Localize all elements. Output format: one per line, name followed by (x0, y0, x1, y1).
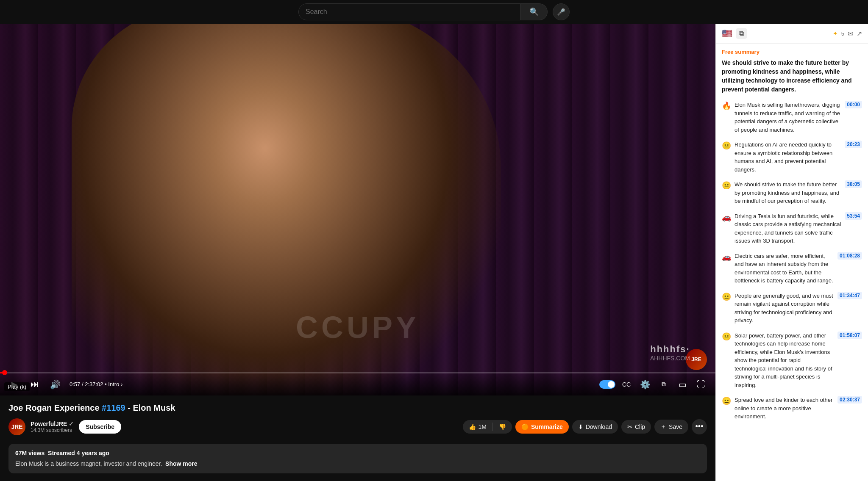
mic-button[interactable]: 🎤 (553, 3, 570, 20)
summary-emoji-3: 🚗 (722, 213, 731, 222)
settings-button[interactable]: ⚙️ (637, 377, 653, 392)
summary-item-body-1: Regulations on AI are needed quickly to … (734, 141, 862, 174)
summarize-icon: 🟠 (521, 423, 529, 430)
free-summary-label: Free summary (722, 49, 862, 55)
summary-item-body-5: People are generally good, and we must r… (734, 292, 862, 325)
search-container: 🔍 🎤 (298, 3, 570, 20)
summary-item: 😐 We should strive to make the future be… (722, 180, 862, 205)
video-watermark: hhhhfs· AHHHFS.COM (650, 344, 690, 362)
search-button[interactable]: 🔍 (520, 3, 548, 20)
external-button[interactable]: ↗ (857, 30, 862, 38)
summary-emoji-6: 😐 (722, 332, 731, 341)
play-hint: Play (k) (4, 382, 30, 391)
summary-item: 😐 People are generally good, and we must… (722, 292, 862, 325)
summary-item-text-3: Driving a Tesla is fun and futuristic, w… (734, 212, 841, 245)
subtitles-button[interactable]: CC (619, 377, 634, 392)
autoplay-toggle (599, 380, 615, 389)
summary-item: 🚗 Driving a Tesla is fun and futuristic,… (722, 212, 862, 245)
notice-bar: Notice Age-restricted video (based on Co… (0, 478, 715, 481)
timestamp-link-1[interactable]: 20:23 (845, 141, 862, 148)
panel-header-left: 🇺🇸 ⧉ (722, 28, 747, 39)
summary-item: 🚗 Electric cars are safer, more efficien… (722, 252, 862, 285)
summary-panel: 🇺🇸 ⧉ ✦ 5 ✉ ↗ Free summary We should stri… (715, 24, 868, 481)
download-button[interactable]: ⬇ Download (572, 420, 618, 434)
time-display: 0:57 / 2:37:02 • Intro › (70, 381, 122, 387)
verified-icon: ✓ (69, 420, 74, 427)
summary-item-text-0: Elon Musk is selling flamethrowers, digg… (734, 101, 841, 134)
summary-item-text-4: Electric cars are safer, more efficient,… (734, 252, 834, 285)
timestamp-link-0[interactable]: 00:00 (845, 101, 862, 108)
summary-item-text-6: Solar power, battery power, and other te… (734, 332, 834, 390)
timestamp-link-2[interactable]: 38:05 (845, 180, 862, 188)
person-silhouette (72, 24, 501, 395)
watermark-text: hhhhfs· (650, 344, 690, 355)
summary-item: 🔥 Elon Musk is selling flamethrowers, di… (722, 101, 862, 134)
summary-emoji-5: 😐 (722, 292, 731, 301)
summary-item: 😐 Regulations on AI are needed quickly t… (722, 141, 862, 174)
summary-item: 😐 Solar power, battery power, and other … (722, 332, 862, 390)
theater-button[interactable]: ▭ (675, 377, 690, 392)
channel-name: PowerfulJRE ✓ (31, 420, 74, 427)
search-input[interactable] (306, 8, 513, 16)
summary-main-text: We should strive to make the future bett… (722, 58, 862, 94)
channel-info: PowerfulJRE ✓ 14.3M subscribers (31, 420, 74, 433)
more-button[interactable]: ••• (692, 419, 707, 434)
fullscreen-button[interactable]: ⛶ (693, 377, 709, 392)
description-area: 67M views Streamed 4 years ago Elon Musk… (8, 444, 707, 473)
video-title-link[interactable]: #1169 (102, 403, 125, 412)
summary-emoji-7: 😐 (722, 396, 731, 406)
miniplayer-button[interactable]: ⧉ (656, 377, 671, 392)
header: 🔍 🎤 (0, 0, 868, 24)
subscribe-button[interactable]: Subscribe (79, 420, 121, 434)
summary-item-body-2: We should strive to make the future bett… (734, 180, 862, 205)
summary-emoji-1: 😐 (722, 141, 731, 150)
summary-item: 😐 Spread love and be kinder to each othe… (722, 396, 862, 421)
summary-item-body-4: Electric cars are safer, more efficient,… (734, 252, 862, 285)
mic-icon: 🎤 (557, 8, 565, 16)
download-icon: ⬇ (578, 423, 583, 430)
summary-item-body-0: Elon Musk is selling flamethrowers, digg… (734, 101, 862, 134)
thumbs-up-icon: 👍 (469, 423, 476, 430)
main-layout: CCUPY hhhhfs· AHHHFS.COM JRE ▶ ⏭ (0, 24, 868, 481)
video-area: CCUPY hhhhfs· AHHHFS.COM JRE ▶ ⏭ (0, 24, 715, 481)
volume-button[interactable]: 🔊 (47, 377, 63, 392)
video-stats: 67M views Streamed 4 years ago (15, 449, 700, 458)
copy-button[interactable]: ⧉ (736, 28, 747, 39)
clip-button[interactable]: ✂ Clip (621, 420, 651, 434)
show-more-button[interactable]: Show more (165, 460, 197, 467)
like-dislike-section: 👍 1M 👎 (463, 420, 512, 434)
panel-content: Free summary We should strive to make th… (716, 44, 868, 433)
video-controls: ▶ ⏭ 🔊 0:57 / 2:37:02 • Intro › CC ⚙️ ⧉ ▭… (0, 373, 715, 395)
summary-item-body-6: Solar power, battery power, and other te… (734, 332, 862, 390)
timestamp-link-7[interactable]: 02:30:37 (837, 396, 862, 404)
video-player[interactable]: CCUPY hhhhfs· AHHHFS.COM JRE ▶ ⏭ (0, 24, 715, 395)
search-icon: 🔍 (529, 7, 539, 17)
channel-row: JRE PowerfulJRE ✓ 14.3M subscribers Subs… (8, 418, 121, 435)
controls-right: CC ⚙️ ⧉ ▭ ⛶ (599, 377, 709, 392)
search-bar (298, 3, 520, 20)
summary-item-text-2: We should strive to make the future bett… (734, 180, 841, 205)
thumbs-down-icon: 👎 (499, 423, 506, 430)
action-row: 👍 1M 👎 🟠 Summarize (463, 419, 707, 434)
subscriber-count: 14.3M subscribers (31, 427, 74, 433)
star-icon: ✦ (833, 30, 838, 37)
summary-item-text-1: Regulations on AI are needed quickly to … (734, 141, 841, 174)
timestamp-link-5[interactable]: 01:34:47 (837, 292, 862, 299)
save-icon: ＋ (660, 423, 666, 431)
summary-item-body-7: Spread love and be kinder to each other … (734, 396, 862, 421)
summarize-button[interactable]: 🟠 Summarize (515, 420, 569, 434)
video-info: Joe Rogan Experience #1169 - Elon Musk J… (0, 395, 715, 439)
summary-items-list: 🔥 Elon Musk is selling flamethrowers, di… (722, 101, 862, 421)
panel-header-right: ✦ 5 ✉ ↗ (833, 30, 862, 38)
autoplay-switch[interactable] (599, 380, 615, 389)
email-button[interactable]: ✉ (848, 30, 853, 38)
save-button[interactable]: ＋ Save (654, 420, 688, 434)
like-button[interactable]: 👍 1M (463, 420, 492, 434)
timestamp-link-4[interactable]: 01:08:28 (837, 252, 862, 260)
summary-item-text-7: Spread love and be kinder to each other … (734, 396, 834, 421)
timestamp-link-6[interactable]: 01:58:07 (837, 332, 862, 339)
clip-icon: ✂ (627, 423, 632, 430)
timestamp-link-3[interactable]: 53:54 (845, 212, 862, 220)
watermark-url: AHHHFS.COM (650, 355, 690, 362)
dislike-button[interactable]: 👎 (493, 420, 512, 434)
